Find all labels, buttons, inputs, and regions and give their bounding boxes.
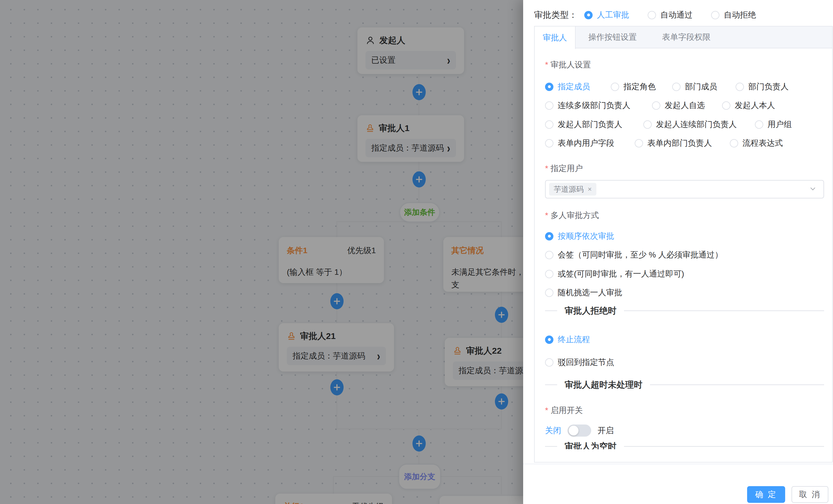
radio-circle-icon — [648, 11, 656, 19]
approver-setting-row1: 指定成员 指定角色 部门成员 部门负责人 — [535, 81, 832, 93]
radio-assigned-member[interactable]: 指定成员 — [545, 81, 590, 93]
divider-dash — [545, 446, 557, 447]
radio-manual-approve[interactable]: 人工审批 — [584, 9, 629, 21]
footer-divider — [523, 464, 833, 464]
divider-timeout: 审批人超时未处理时 — [545, 379, 824, 390]
radio-initiator-self[interactable]: 发起人本人 — [722, 100, 775, 111]
radio-form-user-field[interactable]: 表单内用户字段 — [545, 137, 614, 149]
divider-reject: 审批人拒绝时 — [545, 305, 824, 317]
radio-circle-icon — [736, 83, 744, 91]
radio-label: 部门负责人 — [748, 81, 789, 92]
radio-circle-icon — [545, 101, 553, 110]
tab-button-settings[interactable]: 操作按钮设置 — [576, 26, 649, 48]
confirm-button[interactable]: 确 定 — [747, 486, 785, 503]
radio-auto-reject[interactable]: 自动拒绝 — [711, 9, 756, 21]
tab-label: 操作按钮设置 — [588, 32, 637, 43]
radio-circle-icon — [635, 139, 643, 148]
radio-dept-leader[interactable]: 部门负责人 — [736, 81, 789, 93]
radio-countersign[interactable]: 会签（可同时审批，至少 % 人必须审批通过） — [545, 249, 722, 260]
config-tabs: 审批人 操作按钮设置 表单字段权限 审批人设置 指定成员 — [534, 26, 833, 462]
radio-circle-icon — [730, 139, 738, 148]
radio-label: 发起人部门负责人 — [558, 119, 622, 130]
radio-label: 随机挑选一人审批 — [558, 287, 622, 298]
tab-approver[interactable]: 审批人 — [535, 26, 576, 49]
radio-label: 表单内部门负责人 — [647, 138, 712, 149]
divider-line — [624, 446, 824, 447]
radio-label: 自动通过 — [660, 9, 693, 21]
approver-setting-row3: 发起人部门负责人 发起人连续部门负责人 用户组 — [535, 119, 832, 130]
divider-title: 审批人超时未处理时 — [565, 379, 642, 391]
radio-multi-level-dept-leader[interactable]: 连续多级部门负责人 — [545, 100, 630, 111]
radio-random-one[interactable]: 随机挑选一人审批 — [545, 287, 622, 298]
radio-form-dept-leader[interactable]: 表单内部门负责人 — [635, 137, 712, 149]
radio-initiator-dept-leader[interactable]: 发起人部门负责人 — [545, 119, 622, 130]
radio-terminate-process[interactable]: 终止流程 — [545, 334, 590, 345]
radio-assigned-role[interactable]: 指定角色 — [611, 81, 656, 93]
radio-initiator-multi-dept-leader[interactable]: 发起人连续部门负责人 — [643, 119, 737, 130]
radio-label: 指定成员 — [558, 81, 590, 92]
radio-circle-icon — [652, 101, 660, 110]
radio-label: 发起人自选 — [665, 100, 705, 111]
tabs-header: 审批人 操作按钮设置 表单字段权限 — [535, 26, 832, 48]
radio-circle-icon — [584, 11, 593, 19]
radio-circle-icon — [722, 101, 730, 110]
radio-label: 流程表达式 — [742, 138, 783, 149]
cancel-button[interactable]: 取 消 — [791, 486, 828, 503]
tab-label: 表单字段权限 — [662, 32, 711, 43]
workflow-designer: 发起人 已设置 › 审批人1 指定成员：芋道源码 › — [0, 0, 833, 504]
approver-tab-pane: 审批人设置 指定成员 指定角色 部门成员 — [535, 48, 832, 449]
radio-label: 终止流程 — [558, 334, 590, 345]
radio-label: 连续多级部门负责人 — [558, 100, 630, 111]
approval-config-drawer: 审批类型： 人工审批 自动通过 自动拒绝 审批人 操作按钮设置 — [523, 0, 833, 504]
radio-circle-icon — [545, 288, 553, 297]
radio-return-to-node[interactable]: 驳回到指定节点 — [545, 357, 614, 368]
radio-circle-icon — [545, 232, 553, 241]
radio-auto-pass[interactable]: 自动通过 — [648, 9, 693, 21]
switch-on-label: 开启 — [597, 425, 614, 436]
divider-dash — [545, 310, 557, 311]
radio-label: 表单内用户字段 — [558, 138, 614, 149]
radio-label: 会签（可同时审批，至少 % 人必须审批通过） — [558, 249, 722, 260]
assign-user-label: 指定用户 — [545, 163, 583, 174]
switch-knob — [569, 426, 578, 435]
divider-title: 审批人为空时 — [565, 440, 617, 450]
radio-circle-icon — [711, 11, 719, 19]
radio-label: 或签(可同时审批，有一人通过即可) — [558, 269, 684, 279]
user-tag-label: 芋道源码 — [554, 184, 584, 194]
radio-circle-icon — [545, 139, 553, 148]
radio-dept-member[interactable]: 部门成员 — [672, 81, 717, 93]
divider-approver-empty: 审批人为空时 — [545, 440, 824, 449]
assign-user-select[interactable]: 芋道源码 × — [545, 180, 824, 198]
radio-label: 指定角色 — [623, 81, 656, 92]
radio-sequential[interactable]: 按顺序依次审批 — [545, 231, 614, 242]
timeout-enable-switch[interactable] — [568, 425, 591, 436]
radio-label: 驳回到指定节点 — [558, 357, 614, 368]
radio-label: 发起人连续部门负责人 — [656, 119, 737, 130]
user-tag: 芋道源码 × — [549, 183, 596, 196]
radio-label: 部门成员 — [685, 81, 717, 92]
radio-circle-icon — [545, 270, 553, 278]
divider-line — [650, 384, 824, 385]
tag-close-icon[interactable]: × — [588, 185, 592, 193]
radio-initiator-select[interactable]: 发起人自选 — [652, 100, 705, 111]
radio-user-group[interactable]: 用户组 — [755, 119, 792, 130]
tab-form-field-permissions[interactable]: 表单字段权限 — [649, 26, 723, 48]
radio-circle-icon — [672, 83, 681, 91]
enable-switch-label: 启用开关 — [545, 405, 583, 415]
radio-label: 自动拒绝 — [724, 9, 756, 21]
radio-circle-icon — [611, 83, 619, 91]
approver-setting-row4: 表单内用户字段 表单内部门负责人 流程表达式 — [535, 137, 832, 149]
radio-circle-icon — [545, 358, 553, 367]
radio-circle-icon — [755, 120, 763, 129]
tab-label: 审批人 — [543, 32, 567, 43]
approval-type-label: 审批类型： — [534, 9, 577, 21]
radio-orsign[interactable]: 或签(可同时审批，有一人通过即可) — [545, 269, 684, 279]
radio-circle-icon — [545, 251, 553, 259]
enable-switch-row: 关闭 开启 — [545, 424, 614, 437]
radio-label: 发起人本人 — [735, 100, 775, 111]
approver-setting-label: 审批人设置 — [545, 59, 591, 70]
radio-label: 用户组 — [767, 119, 792, 130]
divider-line — [624, 310, 824, 311]
radio-circle-icon — [545, 120, 553, 129]
radio-process-expression[interactable]: 流程表达式 — [730, 137, 783, 149]
